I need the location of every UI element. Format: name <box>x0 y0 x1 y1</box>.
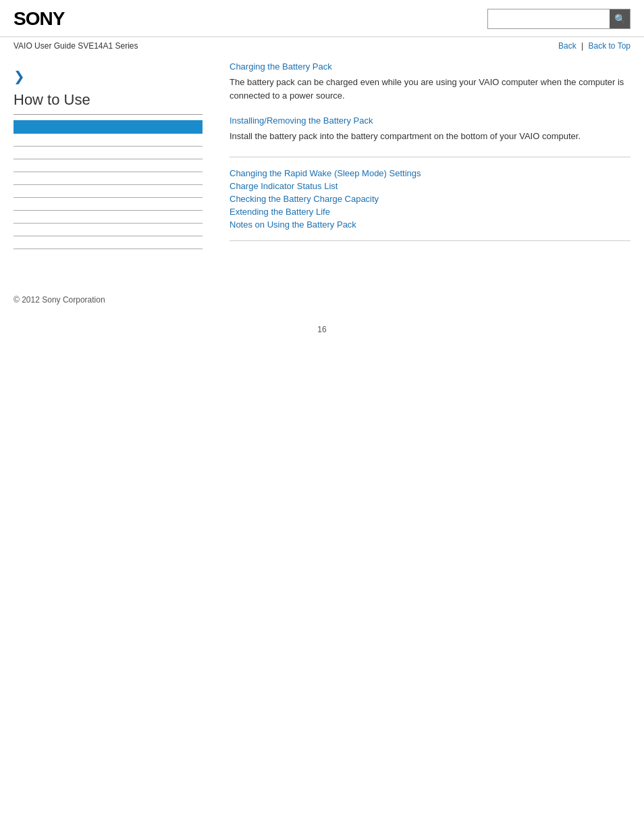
section-divider-top <box>230 157 630 157</box>
charging-description: The battery pack can be charged even whi… <box>230 76 630 102</box>
sidebar-active-item[interactable] <box>14 120 203 134</box>
installing-section: Installing/Removing the Battery Pack Ins… <box>230 115 630 143</box>
search-icon: 🔍 <box>614 14 626 24</box>
charging-title: Charging the Battery Pack <box>230 61 630 72</box>
link-extending-battery[interactable]: Extending the Battery Life <box>230 207 330 217</box>
sidebar-expand-arrow[interactable]: ❯ <box>14 68 203 84</box>
footer: © 2012 Sony Corporation <box>0 275 644 311</box>
page-number: 16 <box>0 325 644 348</box>
search-button[interactable]: 🔍 <box>610 9 630 28</box>
sidebar-item-9 <box>14 249 203 249</box>
list-item: Notes on Using the Battery Pack <box>230 219 630 230</box>
main-container: ❯ How to Use Charging the Battery Pack T… <box>0 55 644 275</box>
section-divider-bottom <box>230 240 630 241</box>
content-area: Charging the Battery Pack The battery pa… <box>216 61 630 261</box>
sidebar-item-2 <box>14 159 203 159</box>
copyright-text: © 2012 Sony Corporation <box>14 295 105 305</box>
sidebar-item-5 <box>14 197 203 198</box>
list-item: Changing the Rapid Wake (Sleep Mode) Set… <box>230 168 630 178</box>
guide-title: VAIO User Guide SVE14A1 Series <box>14 41 138 51</box>
list-item: Extending the Battery Life <box>230 207 630 217</box>
charging-section: Charging the Battery Pack The battery pa… <box>230 61 630 102</box>
page-header: SONY 🔍 <box>0 0 644 37</box>
sidebar-section-title: How to Use <box>14 91 203 115</box>
sony-logo: SONY <box>14 8 64 30</box>
sidebar-item-7 <box>14 223 203 224</box>
back-link[interactable]: Back <box>558 41 576 51</box>
link-battery-charge-capacity[interactable]: Checking the Battery Charge Capacity <box>230 194 379 204</box>
link-rapid-wake[interactable]: Changing the Rapid Wake (Sleep Mode) Set… <box>230 168 421 178</box>
charging-link[interactable]: Charging the Battery Pack <box>230 61 332 72</box>
sidebar-item-3 <box>14 172 203 172</box>
list-item: Charge Indicator Status List <box>230 181 630 191</box>
sidebar: ❯ How to Use <box>14 61 216 261</box>
sidebar-item-1 <box>14 146 203 147</box>
sidebar-item-4 <box>14 184 203 185</box>
link-charge-indicator[interactable]: Charge Indicator Status List <box>230 181 338 191</box>
nav-links: Back | Back to Top <box>558 41 630 51</box>
sidebar-item-8 <box>14 236 203 236</box>
installing-link[interactable]: Installing/Removing the Battery Pack <box>230 115 373 126</box>
list-item: Checking the Battery Charge Capacity <box>230 194 630 204</box>
search-input[interactable] <box>488 9 610 28</box>
back-to-top-link[interactable]: Back to Top <box>589 41 630 51</box>
link-notes-battery[interactable]: Notes on Using the Battery Pack <box>230 219 356 230</box>
sidebar-item-6 <box>14 210 203 211</box>
installing-description: Install the battery pack into the batter… <box>230 130 630 143</box>
nav-separator: | <box>581 41 583 51</box>
search-box[interactable]: 🔍 <box>487 9 630 29</box>
sub-header: VAIO User Guide SVE14A1 Series Back | Ba… <box>0 37 644 55</box>
installing-title: Installing/Removing the Battery Pack <box>230 115 630 126</box>
additional-links-list: Changing the Rapid Wake (Sleep Mode) Set… <box>230 168 630 230</box>
